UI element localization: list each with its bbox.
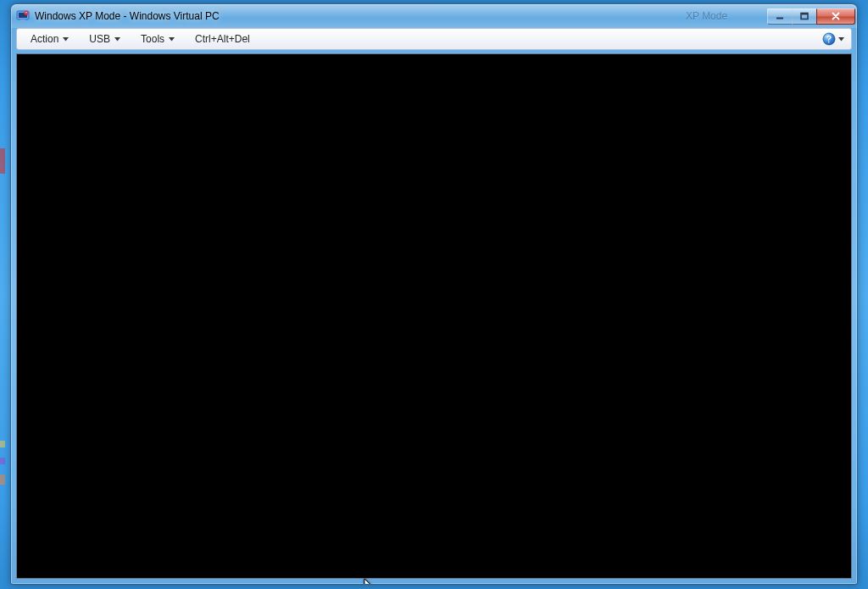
virtual-pc-window: Windows XP Mode - Windows Virtual PC XP … [10, 3, 858, 585]
desktop-edge-accent [0, 148, 5, 174]
window-title: Windows XP Mode - Windows Virtual PC [35, 10, 220, 22]
chevron-down-icon [63, 37, 69, 42]
svg-rect-2 [20, 19, 25, 21]
menu-action-label: Action [31, 33, 58, 45]
menu-tools-label: Tools [141, 33, 164, 45]
menu-ctrl-alt-del-label: Ctrl+Alt+Del [195, 33, 250, 45]
minimize-button[interactable] [767, 8, 793, 25]
svg-rect-8 [828, 42, 829, 43]
menu-tools[interactable]: Tools [131, 31, 185, 47]
vm-display-area[interactable] [16, 53, 852, 579]
help-icon [822, 32, 836, 46]
background-window-title: XP Mode [686, 10, 727, 22]
cursor-icon [364, 578, 376, 585]
desktop-edge-accent [0, 458, 5, 464]
svg-rect-6 [801, 14, 808, 15]
menubar: Action USB Tools Ctrl+Alt+Del [16, 28, 852, 50]
menu-usb[interactable]: USB [79, 31, 131, 47]
window-controls [768, 8, 855, 25]
chevron-down-icon [169, 37, 175, 42]
titlebar[interactable]: Windows XP Mode - Windows Virtual PC XP … [11, 4, 857, 28]
app-icon [16, 9, 30, 23]
menu-action[interactable]: Action [20, 31, 79, 47]
chevron-down-icon [114, 37, 120, 42]
help-button[interactable] [819, 31, 848, 47]
menu-ctrl-alt-del[interactable]: Ctrl+Alt+Del [185, 31, 260, 47]
svg-rect-4 [776, 18, 783, 19]
desktop-edge-accent [0, 441, 5, 447]
chevron-down-icon [838, 37, 844, 42]
maximize-button[interactable] [792, 8, 817, 25]
close-button[interactable] [816, 8, 855, 25]
desktop-edge-accent [0, 475, 5, 485]
menu-usb-label: USB [89, 33, 110, 45]
